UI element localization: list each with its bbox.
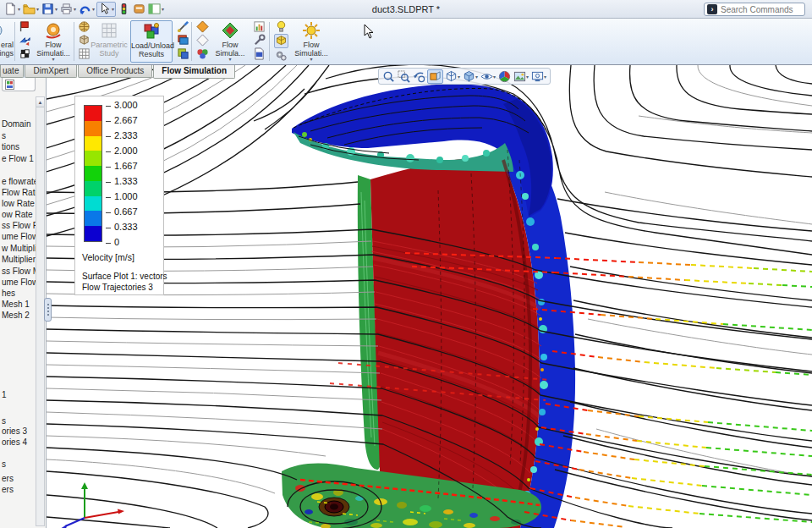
tree-item[interactable]: ume Flow	[2, 232, 37, 241]
options-button[interactable]	[132, 2, 146, 17]
view-settings-icon	[531, 70, 544, 83]
graphics-area[interactable]: ▾ ▾ ▾ ▾ ▾ 3.0002.6672.3332.0001.6671.333…	[47, 65, 812, 528]
legend-unit-label: Velocity [m/s]	[82, 252, 134, 262]
tree-item[interactable]: ories 3	[2, 426, 27, 436]
flow-gear-icon	[44, 21, 63, 40]
grid-table-icon[interactable]	[78, 47, 91, 60]
checker-flag-icon[interactable]	[19, 47, 31, 60]
solid-body-icon[interactable]	[274, 34, 288, 48]
legend-tick-label: 1.000	[106, 192, 138, 201]
previous-view-button[interactable]	[412, 69, 426, 84]
layers-icon[interactable]	[177, 34, 189, 47]
view-orientation-button[interactable]: ▾	[444, 69, 461, 84]
new-button[interactable]: ▾	[3, 2, 21, 17]
rebuild-button[interactable]	[117, 2, 131, 17]
tree-item[interactable]: ss Flow Mu	[2, 267, 37, 276]
hide-show-items-button[interactable]: ▾	[480, 69, 497, 84]
zoom-to-area-button[interactable]	[397, 69, 411, 84]
tab-office-products[interactable]: Office Products	[78, 65, 152, 78]
search-icon: ›	[707, 4, 717, 14]
tree-item[interactable]: s	[2, 416, 6, 426]
quick-access-toolbar: ▾ ▾ ▾ ▾ ▾ ▾ ▾	[0, 2, 165, 17]
print-button[interactable]: ▾	[59, 2, 77, 17]
tree-item[interactable]: Mesh 1	[2, 300, 30, 309]
search-commands-box[interactable]: ›	[704, 3, 805, 16]
flag-red-icon[interactable]	[19, 20, 31, 33]
tree-item[interactable]: Multiplier	[2, 255, 36, 264]
legend-caption-line: Surface Plot 1: vectors	[82, 271, 167, 282]
tab-flow-simulation[interactable]: Flow Simulation	[153, 65, 235, 79]
pane-splitter-handle[interactable]	[44, 298, 52, 322]
lightbulb-icon[interactable]	[275, 20, 288, 33]
apply-scene-button[interactable]: ▾	[513, 69, 529, 84]
ribbon-separator	[74, 22, 74, 61]
globe-icon[interactable]	[78, 20, 91, 33]
view-orientation-icon	[445, 70, 458, 83]
tree-item[interactable]: low Rate	[2, 199, 35, 208]
tools-icon[interactable]	[253, 34, 266, 47]
save-results-icon[interactable]	[177, 47, 189, 60]
select-button[interactable]: ▾	[96, 2, 116, 17]
tree-item[interactable]: Flow Rate	[2, 188, 37, 197]
ribbon-separator	[269, 22, 270, 61]
tree-item[interactable]: s	[2, 131, 6, 140]
word-doc-icon[interactable]	[253, 47, 266, 60]
tree-item[interactable]: s	[2, 459, 6, 469]
legend-caption-line: Flow Trajectories 3	[82, 282, 167, 293]
results-cubes-icon	[142, 22, 161, 41]
tree-item[interactable]: w Multiplier	[2, 244, 37, 253]
ribbon-button-flow-simulation-1[interactable]: Flow Simulati... ▾	[34, 20, 73, 63]
zoom-to-fit-icon	[382, 70, 395, 83]
legend-caption: Surface Plot 1: vectors Flow Trajectorie…	[82, 271, 167, 293]
tree-item[interactable]: ories 4	[2, 437, 27, 447]
tree-item[interactable]: e Flow 1	[2, 154, 34, 163]
open-button[interactable]: ▾	[22, 2, 40, 17]
probe-pen-icon[interactable]	[177, 20, 189, 33]
feature-tree: Domainstionse Flow 1e flowrateFlow Ratel…	[0, 78, 37, 528]
ribbon-button-label: Load/Unload Results	[131, 41, 172, 58]
tree-item[interactable]: Mesh 2	[2, 311, 30, 320]
ribbon-button-flow-simulation-2[interactable]: Flow Simula... ▾	[211, 20, 250, 63]
diamond-white-icon[interactable]	[196, 34, 209, 47]
view-settings-button[interactable]: ▾	[530, 69, 547, 84]
tree-item[interactable]: ow Rate	[2, 210, 33, 219]
ribbon-button-flow-simulation-3[interactable]: Flow Simulati... ▾	[291, 20, 332, 63]
export-arrows-icon[interactable]	[19, 34, 31, 47]
ribbon-button-load-unload-results[interactable]: Load/Unload Results	[130, 20, 173, 63]
tree-item[interactable]: tions	[2, 142, 19, 151]
tab-dimxpert[interactable]: DimXpert	[25, 65, 77, 78]
tree-item[interactable]: 1	[2, 390, 7, 399]
tree-item[interactable]: e flowrate	[2, 177, 37, 186]
legend-tick-label: 0	[106, 238, 119, 246]
cube-icon[interactable]	[78, 34, 91, 47]
tree-item[interactable]: ers	[2, 474, 14, 483]
duct-model[interactable]	[282, 84, 575, 528]
zoom-to-area-icon	[398, 70, 410, 83]
search-input[interactable]	[721, 5, 797, 14]
tree-item[interactable]: ers	[2, 485, 14, 494]
tree-item[interactable]: ss Flow Rat	[2, 221, 37, 230]
section-view-button[interactable]	[427, 69, 443, 84]
sphere-cluster-icon[interactable]	[196, 47, 209, 60]
undo-button[interactable]: ▾	[78, 2, 96, 17]
tree-item[interactable]: Domain	[2, 119, 30, 129]
legend-tick-label: 2.333	[106, 131, 138, 140]
ribbon-button-label: Flow Simula...	[211, 41, 250, 58]
scroll-up-arrow[interactable]: ▲	[36, 97, 44, 107]
gears-icon[interactable]	[275, 49, 288, 62]
display-pane-button[interactable]: ▾	[147, 2, 165, 17]
edit-appearance-button[interactable]	[497, 69, 512, 84]
velocity-legend: 3.0002.6672.3332.0001.6671.3331.0000.667…	[74, 96, 164, 295]
chart-icon[interactable]	[253, 20, 266, 33]
display-style-button[interactable]: ▾	[462, 69, 479, 84]
ribbon-button-parametric-study[interactable]: Parametric Study	[90, 20, 129, 63]
ribbon-button-general-settings[interactable]: eralings	[0, 20, 15, 63]
tree-item[interactable]: hes	[2, 289, 15, 298]
zoom-to-fit-button[interactable]	[381, 69, 396, 84]
tree-item[interactable]: ume Flow N	[2, 278, 37, 287]
eye-icon	[480, 70, 493, 83]
tab-evaluate-partial[interactable]: uate	[0, 65, 24, 78]
mouse-cursor	[364, 24, 374, 39]
save-button[interactable]: ▾	[41, 2, 58, 17]
diamond-orange-icon[interactable]	[196, 20, 209, 33]
